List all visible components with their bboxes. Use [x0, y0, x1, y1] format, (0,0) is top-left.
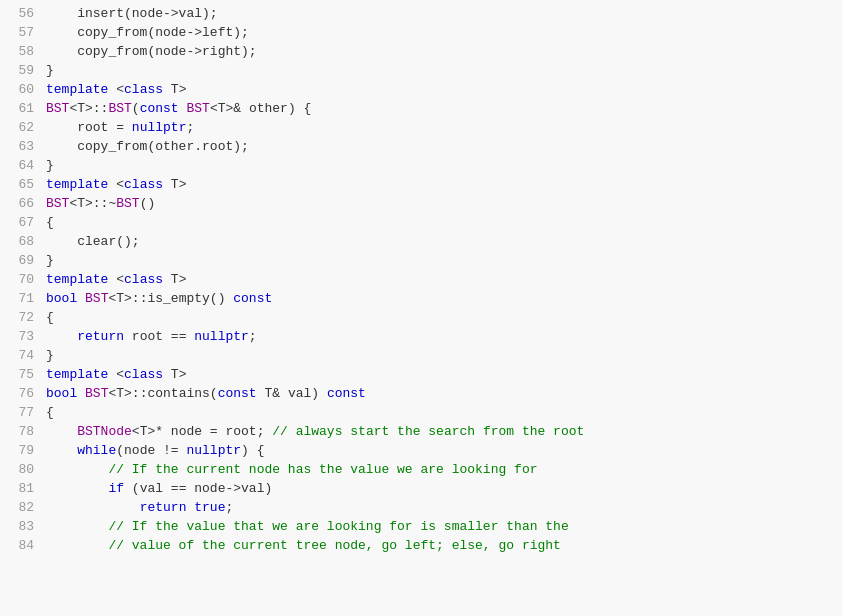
code-line: 76bool BST<T>::contains(const T& val) co…: [0, 384, 843, 403]
line-number: 75: [0, 365, 46, 384]
line-number: 83: [0, 517, 46, 536]
line-content: template <class T>: [46, 80, 843, 99]
code-line: 59}: [0, 61, 843, 80]
line-content: while(node != nullptr) {: [46, 441, 843, 460]
line-content: template <class T>: [46, 175, 843, 194]
line-content: }: [46, 156, 843, 175]
line-number: 56: [0, 4, 46, 23]
code-line: 60template <class T>: [0, 80, 843, 99]
line-number: 59: [0, 61, 46, 80]
line-number: 82: [0, 498, 46, 517]
line-number: 73: [0, 327, 46, 346]
code-line: 64}: [0, 156, 843, 175]
line-content: }: [46, 346, 843, 365]
code-line: 62 root = nullptr;: [0, 118, 843, 137]
code-line: 84 // value of the current tree node, go…: [0, 536, 843, 555]
code-line: 70template <class T>: [0, 270, 843, 289]
line-content: template <class T>: [46, 365, 843, 384]
line-content: copy_from(node->right);: [46, 42, 843, 61]
code-line: 79 while(node != nullptr) {: [0, 441, 843, 460]
line-content: {: [46, 403, 843, 422]
line-number: 84: [0, 536, 46, 555]
line-content: if (val == node->val): [46, 479, 843, 498]
code-line: 56 insert(node->val);: [0, 4, 843, 23]
line-number: 67: [0, 213, 46, 232]
code-container: 56 insert(node->val);57 copy_from(node->…: [0, 0, 843, 616]
code-line: 58 copy_from(node->right);: [0, 42, 843, 61]
line-number: 77: [0, 403, 46, 422]
line-content: BST<T>::~BST(): [46, 194, 843, 213]
line-number: 76: [0, 384, 46, 403]
code-line: 67{: [0, 213, 843, 232]
code-line: 77{: [0, 403, 843, 422]
line-content: copy_from(node->left);: [46, 23, 843, 42]
line-content: bool BST<T>::is_empty() const: [46, 289, 843, 308]
code-line: 80 // If the current node has the value …: [0, 460, 843, 479]
line-content: return true;: [46, 498, 843, 517]
line-content: clear();: [46, 232, 843, 251]
line-number: 66: [0, 194, 46, 213]
code-line: 66BST<T>::~BST(): [0, 194, 843, 213]
line-number: 58: [0, 42, 46, 61]
line-number: 74: [0, 346, 46, 365]
code-line: 78 BSTNode<T>* node = root; // always st…: [0, 422, 843, 441]
line-content: return root == nullptr;: [46, 327, 843, 346]
line-content: {: [46, 213, 843, 232]
line-number: 72: [0, 308, 46, 327]
line-number: 81: [0, 479, 46, 498]
code-line: 69}: [0, 251, 843, 270]
code-line: 65template <class T>: [0, 175, 843, 194]
line-content: // If the current node has the value we …: [46, 460, 843, 479]
code-line: 75template <class T>: [0, 365, 843, 384]
code-line: 63 copy_from(other.root);: [0, 137, 843, 156]
line-number: 68: [0, 232, 46, 251]
line-content: }: [46, 251, 843, 270]
code-line: 74}: [0, 346, 843, 365]
line-number: 57: [0, 23, 46, 42]
code-line: 57 copy_from(node->left);: [0, 23, 843, 42]
line-number: 71: [0, 289, 46, 308]
code-line: 72{: [0, 308, 843, 327]
code-line: 73 return root == nullptr;: [0, 327, 843, 346]
code-line: 61BST<T>::BST(const BST<T>& other) {: [0, 99, 843, 118]
code-line: 81 if (val == node->val): [0, 479, 843, 498]
line-content: BST<T>::BST(const BST<T>& other) {: [46, 99, 843, 118]
line-content: bool BST<T>::contains(const T& val) cons…: [46, 384, 843, 403]
line-number: 61: [0, 99, 46, 118]
line-content: // value of the current tree node, go le…: [46, 536, 843, 555]
line-content: root = nullptr;: [46, 118, 843, 137]
line-number: 70: [0, 270, 46, 289]
line-content: insert(node->val);: [46, 4, 843, 23]
line-content: copy_from(other.root);: [46, 137, 843, 156]
line-number: 62: [0, 118, 46, 137]
line-number: 60: [0, 80, 46, 99]
code-line: 68 clear();: [0, 232, 843, 251]
line-number: 80: [0, 460, 46, 479]
line-number: 79: [0, 441, 46, 460]
line-content: template <class T>: [46, 270, 843, 289]
line-number: 78: [0, 422, 46, 441]
code-line: 71bool BST<T>::is_empty() const: [0, 289, 843, 308]
line-number: 64: [0, 156, 46, 175]
line-content: // If the value that we are looking for …: [46, 517, 843, 536]
line-content: }: [46, 61, 843, 80]
line-content: {: [46, 308, 843, 327]
line-number: 65: [0, 175, 46, 194]
line-number: 63: [0, 137, 46, 156]
code-line: 83 // If the value that we are looking f…: [0, 517, 843, 536]
line-number: 69: [0, 251, 46, 270]
line-content: BSTNode<T>* node = root; // always start…: [46, 422, 843, 441]
code-line: 82 return true;: [0, 498, 843, 517]
